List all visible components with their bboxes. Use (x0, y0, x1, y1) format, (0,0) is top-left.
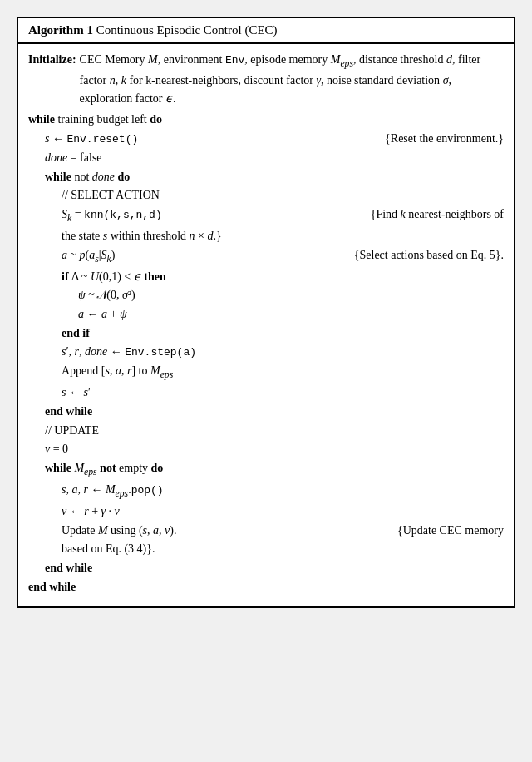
update-m-code: Update M using (s, a, v). (62, 522, 391, 540)
keyword-while2: while (45, 171, 71, 183)
keyword-if: if (62, 270, 69, 283)
keyword-then: then (144, 270, 165, 283)
text-not: not (74, 171, 91, 183)
line-knn-continued: the state s within threshold n × d.} (28, 227, 504, 245)
line-end-if: end if (28, 324, 504, 343)
text-empty: empty (119, 462, 151, 474)
keyword-do2: do (118, 171, 131, 183)
line-env-reset: s ← Env.reset() {Reset the environment.} (28, 130, 504, 148)
action-sample-code: a ~ p(as|Sk) (62, 246, 347, 267)
knn-code: Sk = knn(k,s,n,d) (62, 205, 364, 226)
line-psi-sample: ψ ~ 𝒩(0, σ²) (28, 286, 504, 304)
algorithm-body: Initialize: CEC Memory M, environment En… (18, 44, 514, 606)
line-select-action-comment: // SELECT ACTION (28, 186, 504, 205)
line-s-update: s ← s′ (28, 383, 504, 402)
keyword-end-while-outer: end while (28, 581, 76, 593)
keyword-end-if: end if (62, 327, 90, 339)
keyword-do3: do (151, 462, 164, 474)
line-end-while-outer: end while (28, 578, 504, 596)
knn-comment: {Find k nearest-neighbors of (364, 205, 504, 224)
line-end-while-inner: end while (28, 403, 504, 421)
keyword-do: do (150, 113, 162, 126)
line-update-comment: // UPDATE (28, 422, 504, 440)
env-reset-code: s ← Env.reset() (45, 130, 378, 148)
keyword-end-while-meps: end while (45, 562, 92, 574)
init-label: Initialize: (28, 51, 76, 69)
keyword-while3: while (45, 462, 71, 474)
line-knn: Sk = knn(k,s,n,d) {Find k nearest-neighb… (28, 205, 504, 226)
line-update-m-continued: based on Eq. (3 4)}. (28, 540, 504, 558)
line-done-false: done = false (28, 149, 504, 167)
line-while-meps: while Meps not empty do (28, 459, 504, 480)
line-env-step: s′, r, done ← Env.step(a) (28, 343, 504, 361)
keyword-not: not (100, 462, 116, 474)
line-a-update: a ← a + ψ (28, 305, 504, 324)
action-sample-comment: {Select actions based on Eq. 5}. (347, 246, 504, 265)
line-v-update: v ← r + γ · v (28, 502, 504, 521)
line-action-sample: a ~ p(as|Sk) {Select actions based on Eq… (28, 246, 504, 267)
line-v-zero: v = 0 (28, 440, 504, 458)
text-training: training budget left (57, 113, 150, 126)
delta-condition: Δ ~ U(0,1) < ϵ (71, 270, 144, 283)
algorithm-title: Continuous Episodic Control (CEC) (96, 23, 278, 37)
algorithm-number: Algorithm 1 (28, 23, 93, 37)
line-while-not-done: while not done do (28, 168, 504, 186)
initialize-block: Initialize: CEC Memory M, environment En… (28, 51, 504, 107)
line-while-training: while training budget left do (28, 111, 504, 129)
algorithm-container: Algorithm 1 Continuous Episodic Control … (17, 17, 515, 608)
text-done: done (92, 171, 115, 183)
algorithm-header: Algorithm 1 Continuous Episodic Control … (18, 18, 514, 44)
env-reset-comment: {Reset the environment.} (378, 130, 504, 148)
line-end-while-meps: end while (28, 559, 504, 577)
update-m-comment: {Update CEC memory (391, 522, 504, 540)
line-update-m: Update M using (s, a, v). {Update CEC me… (28, 522, 504, 540)
line-append: Append [s, a, r] to Meps (28, 362, 504, 383)
line-pop: s, a, r ← Meps.pop() (28, 481, 504, 502)
keyword-while: while (28, 113, 55, 126)
keyword-end-while-inner: end while (45, 405, 92, 418)
text-meps: Meps (74, 462, 100, 474)
init-content: CEC Memory M, environment Env, episode m… (80, 51, 504, 107)
line-if-delta: if Δ ~ U(0,1) < ϵ then (28, 268, 504, 286)
